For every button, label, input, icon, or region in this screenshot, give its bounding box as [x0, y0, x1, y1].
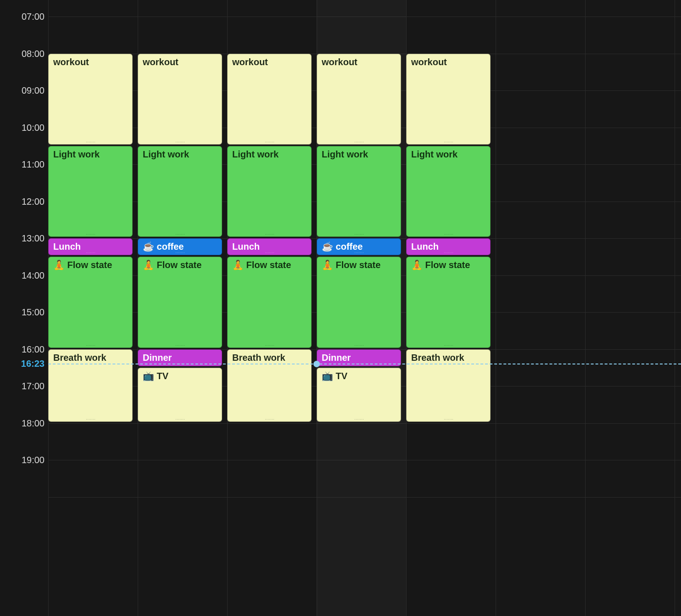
- resize-handle-icon[interactable]: [444, 345, 453, 347]
- event-title: Light work: [143, 149, 189, 159]
- resize-handle-icon[interactable]: [175, 419, 184, 420]
- event-title: Breath work: [232, 353, 285, 363]
- hour-label: 12:00: [22, 196, 45, 207]
- calendar-event[interactable]: ☕ coffee: [138, 238, 222, 255]
- event-title: 🧘 Flow state: [411, 260, 470, 270]
- event-title: Dinner: [143, 353, 172, 363]
- event-title: workout: [411, 57, 447, 67]
- calendar-event[interactable]: workout: [48, 54, 133, 145]
- resize-handle-icon[interactable]: [354, 419, 363, 420]
- resize-handle-icon[interactable]: [354, 345, 363, 347]
- calendar-grid[interactable]: workoutLight workLunch🧘 Flow stateBreath…: [48, 0, 681, 616]
- resize-handle-icon[interactable]: [175, 141, 184, 143]
- calendar-event[interactable]: 🧘 Flow state: [48, 257, 133, 347]
- resize-handle-icon[interactable]: [175, 234, 184, 235]
- resize-handle-icon[interactable]: [86, 141, 95, 143]
- calendar-event[interactable]: Lunch: [48, 238, 133, 255]
- event-title: workout: [53, 57, 89, 67]
- event-title: Dinner: [322, 353, 351, 363]
- event-title: Light work: [232, 149, 279, 159]
- calendar-event[interactable]: Lunch: [406, 238, 491, 255]
- calendar-event[interactable]: 📺 TV: [138, 368, 222, 422]
- event-title: 🧘 Flow state: [232, 260, 291, 270]
- resize-handle-icon[interactable]: [354, 234, 363, 235]
- event-title: 🧘 Flow state: [143, 260, 201, 270]
- calendar-event[interactable]: 🧘 Flow state: [227, 257, 312, 347]
- resize-handle-icon[interactable]: [444, 419, 453, 420]
- resize-handle-icon[interactable]: [444, 234, 453, 235]
- hour-label: 11:00: [22, 159, 45, 170]
- calendar-event[interactable]: 🧘 Flow state: [406, 257, 491, 347]
- event-title: 🧘 Flow state: [53, 260, 112, 270]
- calendar-event[interactable]: Light work: [48, 146, 133, 237]
- event-title: Lunch: [53, 241, 81, 252]
- hour-label: 07:00: [22, 11, 45, 22]
- calendar-event[interactable]: workout: [406, 54, 491, 145]
- resize-handle-icon[interactable]: [175, 252, 184, 254]
- calendar-event[interactable]: workout: [317, 54, 401, 145]
- hour-label: 18:00: [22, 418, 45, 428]
- event-title: Light work: [322, 149, 368, 159]
- event-title: 📺 TV: [322, 371, 347, 381]
- resize-handle-icon[interactable]: [86, 252, 95, 254]
- resize-handle-icon[interactable]: [86, 345, 95, 347]
- hour-label: 13:00: [22, 233, 45, 244]
- resize-handle-icon[interactable]: [265, 345, 274, 347]
- hour-label: 14:00: [22, 270, 45, 280]
- calendar-event[interactable]: Light work: [138, 146, 222, 237]
- resize-handle-icon[interactable]: [265, 141, 274, 143]
- calendar-event[interactable]: 🧘 Flow state: [317, 257, 401, 347]
- calendar-event[interactable]: Breath work: [227, 349, 312, 422]
- current-time-indicator: [48, 364, 681, 364]
- hour-label: 10:00: [22, 122, 45, 133]
- resize-handle-icon[interactable]: [444, 141, 453, 143]
- calendar-event[interactable]: Light work: [406, 146, 491, 237]
- hour-label: 19:00: [22, 455, 45, 465]
- resize-handle-icon[interactable]: [86, 234, 95, 235]
- hour-label: 17:00: [22, 381, 45, 392]
- event-title: 🧘 Flow state: [322, 260, 380, 270]
- event-title: workout: [232, 57, 268, 67]
- event-title: ☕ coffee: [322, 241, 363, 252]
- calendar-event[interactable]: 🧘 Flow state: [138, 257, 222, 347]
- resize-handle-icon[interactable]: [86, 419, 95, 420]
- resize-handle-icon[interactable]: [265, 419, 274, 420]
- event-title: Light work: [53, 149, 100, 159]
- resize-handle-icon[interactable]: [354, 252, 363, 254]
- event-title: Lunch: [411, 241, 439, 252]
- calendar-event[interactable]: Light work: [317, 146, 401, 237]
- resize-handle-icon[interactable]: [175, 345, 184, 347]
- event-title: ☕ coffee: [143, 241, 184, 252]
- calendar-event[interactable]: Lunch: [227, 238, 312, 255]
- day-separator: [585, 0, 586, 616]
- hour-label: 09:00: [22, 85, 45, 96]
- calendar-event[interactable]: workout: [138, 54, 222, 145]
- calendar-week-view: 07:0008:0009:0010:0011:0012:0013:0014:00…: [0, 0, 681, 616]
- event-title: Lunch: [232, 241, 260, 252]
- calendar-event[interactable]: workout: [227, 54, 312, 145]
- event-title: workout: [322, 57, 357, 67]
- resize-handle-icon[interactable]: [354, 141, 363, 143]
- resize-handle-icon[interactable]: [444, 252, 453, 254]
- current-time-dot-icon: [313, 361, 320, 367]
- event-title: Breath work: [411, 353, 464, 363]
- calendar-event[interactable]: 📺 TV: [317, 368, 401, 422]
- hour-label: 15:00: [22, 307, 45, 318]
- event-title: workout: [143, 57, 179, 67]
- calendar-event[interactable]: ☕ coffee: [317, 238, 401, 255]
- calendar-event[interactable]: Breath work: [48, 349, 133, 422]
- resize-handle-icon[interactable]: [265, 234, 274, 235]
- resize-handle-icon[interactable]: [265, 252, 274, 254]
- event-title: 📺 TV: [143, 371, 168, 381]
- calendar-event[interactable]: Breath work: [406, 349, 491, 422]
- day-separator: [496, 0, 496, 616]
- event-title: Light work: [411, 149, 458, 159]
- event-title: Breath work: [53, 353, 106, 363]
- day-separator: [675, 0, 675, 616]
- current-time-label: 16:23: [21, 358, 45, 369]
- calendar-event[interactable]: Light work: [227, 146, 312, 237]
- hour-label: 08:00: [22, 48, 45, 59]
- hour-label: 16:00: [22, 344, 45, 354]
- time-gutter: 07:0008:0009:0010:0011:0012:0013:0014:00…: [0, 0, 48, 616]
